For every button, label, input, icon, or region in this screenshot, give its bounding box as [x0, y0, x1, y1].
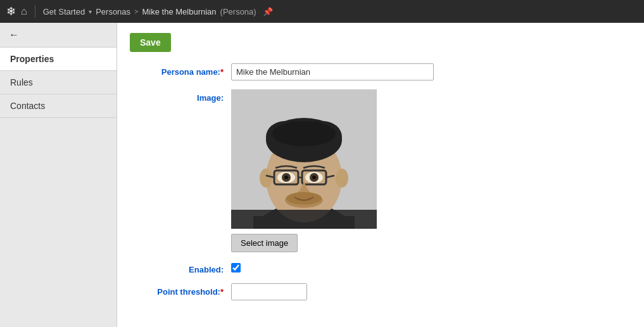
- sidebar-item-rules[interactable]: Rules: [0, 71, 117, 94]
- enabled-checkbox-wrapper: [231, 261, 241, 272]
- enabled-row: Enabled:: [130, 261, 631, 274]
- main-content: Save Persona name:* Image:: [117, 23, 644, 327]
- svg-rect-24: [231, 210, 377, 229]
- breadcrumb-current-suffix: (Persona): [220, 7, 256, 16]
- point-threshold-input-wrapper: [231, 283, 307, 300]
- sidebar-item-contacts[interactable]: Contacts: [0, 94, 117, 118]
- pin-icon[interactable]: 📌: [263, 7, 273, 16]
- svg-point-8: [272, 121, 336, 146]
- point-threshold-label: Point threshold:*: [130, 283, 231, 297]
- breadcrumb-personas[interactable]: Personas: [96, 7, 130, 16]
- back-button[interactable]: ←: [0, 23, 117, 48]
- persona-name-input[interactable]: [231, 63, 434, 80]
- persona-name-label: Persona name:*: [130, 63, 231, 77]
- persona-name-row: Persona name:*: [130, 63, 631, 80]
- breadcrumb-get-started[interactable]: Get Started: [43, 7, 85, 16]
- menu-arrow-icon: ▾: [89, 8, 92, 15]
- save-button[interactable]: Save: [130, 33, 171, 52]
- enabled-checkbox[interactable]: [231, 263, 241, 272]
- svg-point-10: [336, 169, 348, 188]
- image-container: Select image: [231, 89, 377, 252]
- persona-image: [231, 89, 377, 229]
- image-row: Image:: [130, 89, 631, 252]
- topbar-separator: [35, 5, 35, 18]
- sidebar: ← Properties Rules Contacts: [0, 23, 117, 327]
- image-label: Image:: [130, 89, 231, 103]
- breadcrumb-current-persona: Mike the Melburnian: [142, 7, 217, 16]
- svg-point-23: [286, 192, 322, 205]
- point-threshold-row: Point threshold:*: [130, 283, 631, 300]
- sidebar-item-properties[interactable]: Properties: [0, 48, 117, 71]
- svg-point-9: [260, 169, 272, 188]
- persona-face-svg: [231, 89, 377, 229]
- persona-name-field-wrapper: [231, 63, 434, 80]
- home-icon[interactable]: ⌂: [21, 6, 27, 17]
- snowflake-icon[interactable]: ❄: [6, 4, 16, 18]
- enabled-label: Enabled:: [130, 261, 231, 274]
- breadcrumb-separator: >: [134, 8, 138, 15]
- topbar: ❄ ⌂ Get Started ▾ Personas > Mike the Me…: [0, 0, 644, 23]
- breadcrumb: Get Started ▾ Personas > Mike the Melbur…: [43, 7, 273, 16]
- point-threshold-input[interactable]: [232, 284, 307, 300]
- svg-point-20: [284, 176, 288, 179]
- svg-point-21: [312, 176, 316, 179]
- select-image-button[interactable]: Select image: [231, 234, 298, 252]
- layout: ← Properties Rules Contacts Save Persona…: [0, 23, 644, 327]
